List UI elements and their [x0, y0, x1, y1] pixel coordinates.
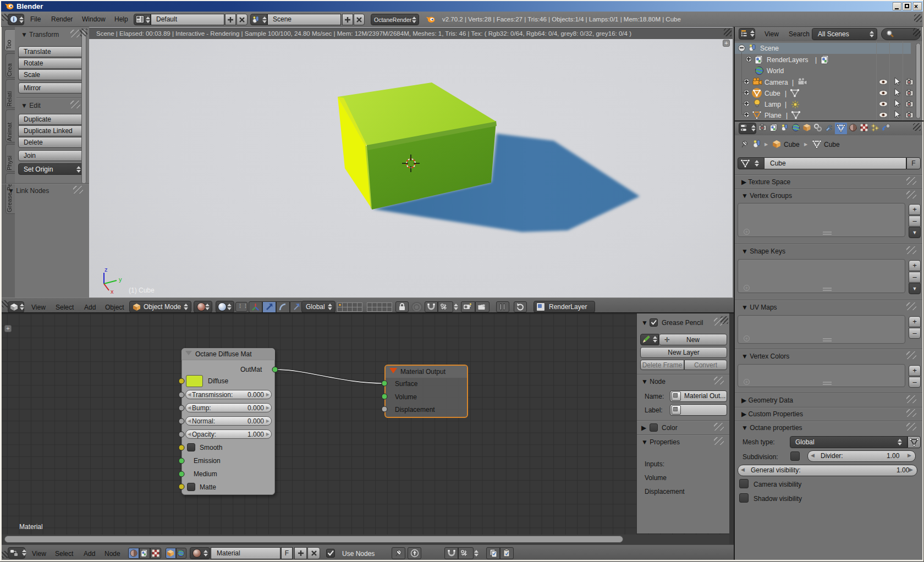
svg-text:(1) Cube: (1) Cube: [129, 286, 155, 294]
svg-text:y: y: [119, 276, 122, 283]
svg-text:z: z: [105, 266, 108, 273]
svg-text:x: x: [111, 288, 114, 295]
